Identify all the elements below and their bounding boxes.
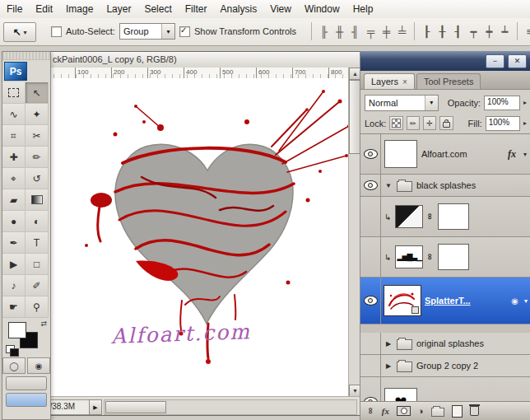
rectangular-marquee-tool[interactable] xyxy=(2,82,26,104)
layer-row-splatter[interactable]: SplatterT... ◉ ▾ xyxy=(360,278,530,324)
lasso-tool[interactable]: ∿ xyxy=(2,104,26,125)
layer-row-alfoart[interactable]: Alfoart.com fx ▾ xyxy=(360,134,530,175)
hand-tool[interactable]: ☛ xyxy=(2,296,26,318)
menu-item-layer[interactable]: Layer xyxy=(100,1,137,18)
layer-row-adjustment-2[interactable]: ↳ ▂▅▇▃▁ ∞ xyxy=(360,237,530,278)
opacity-slider-arrow-icon[interactable]: ▸ xyxy=(523,99,527,106)
align-bottom-edges-icon[interactable]: ╧ xyxy=(394,23,410,40)
visibility-toggle[interactable] xyxy=(360,333,381,354)
notes-tool[interactable]: ♪ xyxy=(2,275,26,296)
horizontal-scroll-thumb[interactable] xyxy=(105,401,166,413)
quick-selection-tool[interactable]: ✦ xyxy=(26,104,49,125)
visibility-toggle[interactable] xyxy=(360,377,381,402)
menu-item-analysis[interactable]: Analysis xyxy=(213,1,263,18)
add-layer-mask-icon[interactable] xyxy=(397,406,411,416)
new-layer-icon[interactable] xyxy=(452,405,463,418)
quick-mask-mode-button[interactable]: ◉ xyxy=(27,357,50,374)
type-tool[interactable]: T xyxy=(26,232,49,254)
crop-tool[interactable]: ⌗ xyxy=(2,125,26,147)
distribute-horizontal-centers-icon[interactable]: ┿ xyxy=(481,23,497,40)
palette-grip[interactable] xyxy=(2,52,50,60)
align-top-edges-icon[interactable]: ╤ xyxy=(363,23,379,40)
layer-row-heart-shape[interactable]: ♥ xyxy=(360,377,530,402)
group-expand-triangle-icon[interactable]: ▶ xyxy=(384,362,393,370)
distribute-vertical-centers-icon[interactable]: ╂ xyxy=(435,23,450,40)
new-adjustment-layer-icon[interactable]: ◑ xyxy=(418,406,424,416)
align-left-edges-icon[interactable]: ╟ xyxy=(316,23,332,40)
menu-item-help[interactable]: Help xyxy=(346,1,380,18)
group-name[interactable]: black splashes xyxy=(416,180,476,190)
adjustment-thumbnail[interactable]: ▂▅▇▃▁ xyxy=(395,245,423,268)
menu-item-edit[interactable]: Edit xyxy=(29,1,59,18)
add-layer-style-icon[interactable]: fx xyxy=(382,406,389,416)
visibility-toggle[interactable] xyxy=(360,134,381,174)
align-middle-icon[interactable]: ╪ xyxy=(379,23,394,40)
swap-colors-icon[interactable]: ⇄ xyxy=(40,320,47,328)
layer-thumbnail[interactable] xyxy=(384,140,417,168)
visibility-toggle[interactable] xyxy=(360,175,381,196)
layer-row-adjustment-1[interactable]: ↳ ∞ xyxy=(360,197,530,237)
distribute-bottom-icon[interactable]: ┨ xyxy=(450,23,466,40)
menu-item-window[interactable]: Window xyxy=(298,1,346,18)
distribute-top-icon[interactable]: ┠ xyxy=(419,23,435,40)
align-vertical-centers-icon[interactable]: ╫ xyxy=(332,23,347,40)
visibility-toggle[interactable] xyxy=(360,355,381,376)
layer-thumbnail[interactable]: ♥ xyxy=(384,388,417,402)
gradient-tool[interactable] xyxy=(26,189,49,211)
group-expand-triangle-icon[interactable]: ▶ xyxy=(384,340,393,348)
tab-tool-presets[interactable]: Tool Presets xyxy=(416,73,481,89)
mask-thumbnail[interactable] xyxy=(438,244,469,270)
layer-name[interactable]: SplatterT... xyxy=(425,296,471,306)
horizontal-scrollbar[interactable] xyxy=(104,399,357,415)
group-row-original-splashes[interactable]: ▶ original splashes xyxy=(360,333,530,355)
distribute-right-icon[interactable]: ┷ xyxy=(497,23,513,40)
group-expand-triangle-icon[interactable]: ▼ xyxy=(384,182,393,189)
eraser-tool[interactable]: ▰ xyxy=(2,189,26,211)
visibility-toggle[interactable] xyxy=(360,278,381,324)
lock-image-pixels-button[interactable]: ✏ xyxy=(407,116,420,130)
menu-item-filter[interactable]: Filter xyxy=(179,1,214,18)
group-name[interactable]: Group 2 copy 2 xyxy=(416,361,478,371)
tab-layers[interactable]: Layers × xyxy=(364,73,415,89)
mask-thumbnail[interactable] xyxy=(438,203,469,230)
link-mask-icon[interactable]: ∞ xyxy=(425,213,435,220)
fill-slider-arrow-icon[interactable]: ▸ xyxy=(523,119,527,127)
menu-item-file[interactable]: File xyxy=(0,1,29,18)
link-mask-icon[interactable]: ∞ xyxy=(425,254,435,260)
new-group-icon[interactable] xyxy=(431,408,444,417)
group-name[interactable]: original splashes xyxy=(416,338,484,348)
palette-titlebar[interactable]: − ✕ xyxy=(360,51,530,71)
blur-tool[interactable]: ● xyxy=(2,211,26,232)
standard-mode-button[interactable]: ◯ xyxy=(2,357,26,374)
eyedropper-tool[interactable]: ✐ xyxy=(26,275,49,296)
tool-preset-picker[interactable]: ↖ ▾ xyxy=(3,22,36,42)
default-colors-icon[interactable] xyxy=(6,345,15,353)
adjustment-thumbnail[interactable] xyxy=(395,205,423,228)
lock-all-button[interactable] xyxy=(439,116,453,130)
link-layers-icon[interactable]: ∞ xyxy=(366,408,376,414)
distribute-left-icon[interactable]: ┯ xyxy=(466,23,481,40)
menu-item-select[interactable]: Select xyxy=(137,1,178,18)
vertical-scrollbar[interactable]: ▲ ▼ xyxy=(348,68,360,397)
layer-options-arrow-icon[interactable]: ▾ xyxy=(524,297,528,305)
history-brush-tool[interactable]: ↺ xyxy=(26,168,49,189)
distribute-vertical-space-icon[interactable]: ≡ xyxy=(522,23,530,40)
auto-select-checkbox[interactable] xyxy=(51,26,62,37)
align-right-edges-icon[interactable]: ╢ xyxy=(347,23,363,40)
pen-tool[interactable]: ✒ xyxy=(2,232,26,254)
healing-brush-tool[interactable]: ✚ xyxy=(2,147,26,168)
clone-stamp-tool[interactable]: ⌖ xyxy=(2,168,26,189)
show-transform-checkbox[interactable] xyxy=(179,26,190,37)
visibility-toggle[interactable] xyxy=(360,197,381,236)
tab-close-icon[interactable]: × xyxy=(402,77,407,86)
lock-position-button[interactable]: ✛ xyxy=(423,116,436,130)
dodge-tool[interactable]: ◐ xyxy=(26,211,49,232)
slice-tool[interactable]: ✂ xyxy=(26,125,49,147)
auto-select-dropdown[interactable]: Group ▾ xyxy=(119,23,175,40)
blend-mode-dropdown[interactable]: Normal ▾ xyxy=(365,95,439,111)
menu-item-view[interactable]: View xyxy=(263,1,298,18)
visibility-toggle[interactable] xyxy=(360,237,381,277)
menu-item-image[interactable]: Image xyxy=(59,1,100,18)
opacity-value[interactable]: 100% xyxy=(484,96,520,110)
horizontal-ruler[interactable]: 0100200300400500600700800 xyxy=(39,68,349,79)
